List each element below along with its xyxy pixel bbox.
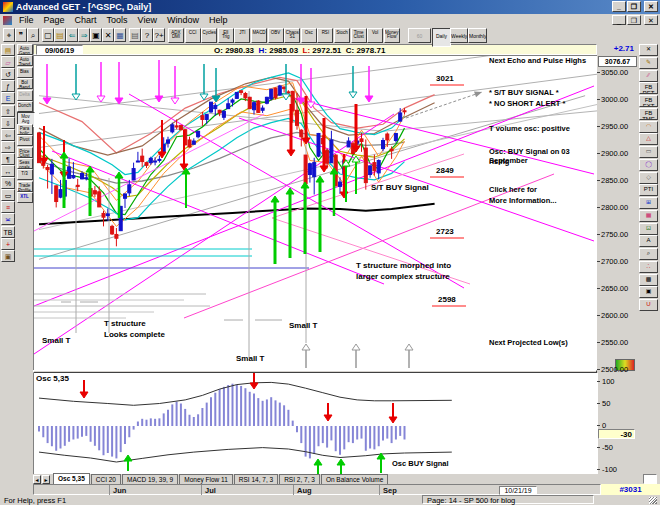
pti-tool[interactable]: PTI [639, 184, 658, 196]
lines-icon[interactable]: ≡ [1, 201, 15, 213]
menu-item-file[interactable]: File [14, 14, 39, 27]
left-study-button-t/3[interactable]: T/3 [17, 169, 33, 180]
left-study-button-xtl[interactable]: XTL [17, 192, 33, 203]
study-button-ell-trig[interactable]: Ell Trig [218, 28, 234, 43]
gann-fan-tool[interactable]: △ [639, 133, 658, 145]
undo-tool[interactable]: U [639, 299, 658, 311]
tab-on-balance-volume[interactable]: On Balance Volume [321, 474, 388, 484]
scroll-down-icon[interactable]: ⇩ [1, 117, 15, 129]
copy-page-icon[interactable]: ▣ [90, 28, 102, 42]
restore-button[interactable]: ❐ [627, 1, 641, 12]
chart-icon[interactable]: ▦ [114, 28, 126, 42]
study-button-vol[interactable]: Vol [367, 28, 383, 43]
gann-icon[interactable]: ≍ [1, 213, 15, 225]
study-button-adx-dmi[interactable]: ADX DMI [168, 28, 184, 43]
text-tool[interactable]: A [639, 235, 658, 247]
left-study-button-price-clust[interactable]: Price Clust [17, 147, 33, 158]
context-help-icon[interactable]: ?+ [153, 28, 165, 42]
timeframe-button-daily[interactable]: Daily [432, 28, 451, 47]
eraser-icon[interactable]: ▱ [1, 56, 15, 68]
fib-extension-tool[interactable]: FB EXT [639, 95, 658, 107]
menu-item-chart[interactable]: Chart [70, 14, 102, 27]
menu-item-help[interactable]: Help [204, 14, 233, 27]
left-study-button-pivot[interactable]: Pivot [17, 135, 33, 146]
left-study-button-bol-band[interactable]: Bol Band [17, 78, 33, 89]
elliott-icon[interactable]: E [1, 92, 15, 104]
tj-web-tool[interactable]: ⊞ [639, 197, 658, 209]
child-minimize-button[interactable]: _ [612, 15, 626, 25]
left-study-button-trade-profile[interactable]: Trade Profile [17, 181, 33, 192]
ellipse-mob-tool[interactable]: ◯ [639, 159, 658, 171]
study-icon[interactable]: ƒ [1, 80, 15, 92]
resize-grip[interactable] [649, 497, 657, 504]
zoom-tool[interactable]: ⌕ [639, 248, 658, 260]
pointer-icon[interactable]: ⌖ [3, 28, 15, 42]
left-study-button-seas-onals[interactable]: Seas onals [17, 158, 33, 169]
fib-retracement-tool[interactable]: FB RET [639, 82, 658, 94]
study-button-money-flow[interactable]: Money Flow [384, 28, 400, 43]
print-icon[interactable]: ▤ [129, 28, 141, 42]
timeframe-button-weekly[interactable]: Weekly [450, 28, 468, 43]
price-marker-icon[interactable]: ¶ [1, 153, 15, 165]
left-study-button-auto-gann[interactable]: Auto Gann [17, 44, 33, 55]
regression-trend-tool[interactable]: ∕∕ [639, 70, 658, 82]
tab-osc-5-35[interactable]: Osc 5,35 [53, 473, 90, 484]
close-button[interactable]: ✕ [644, 1, 658, 12]
preview-tool[interactable]: ⊡ [639, 223, 658, 235]
left-study-button-donch[interactable]: Donch [17, 101, 33, 112]
menu-item-page[interactable]: Page [39, 14, 70, 27]
crosshair-icon[interactable]: + [1, 238, 15, 250]
child-restore-button[interactable]: ❐ [627, 15, 641, 25]
scroll-right-icon[interactable]: ⇨ [1, 141, 15, 153]
tab-scroll-right-button[interactable]: ► [42, 475, 50, 484]
study-button-obv[interactable]: OBV [268, 28, 284, 43]
delete-tool[interactable]: ✕ [639, 44, 658, 56]
percent-icon[interactable]: % [1, 177, 15, 189]
tab-rsi-2-7-3[interactable]: RSI 2, 7, 3 [279, 474, 320, 484]
scroll-left-icon[interactable]: ⇦ [1, 129, 15, 141]
portfolio-icon[interactable]: ▣ [1, 250, 15, 262]
help-icon[interactable]: ? [141, 28, 153, 42]
pencil-tool[interactable]: ✎ [639, 57, 658, 69]
gann-arc-tool[interactable]: ◠ [639, 121, 658, 133]
quote-icon[interactable]: ❞ [15, 28, 27, 42]
left-study-button-bias[interactable]: Bias [17, 67, 33, 78]
delete-page-icon[interactable]: ✕ [102, 28, 114, 42]
bubbles-tool[interactable]: ∴ [639, 261, 658, 273]
pattern-tool[interactable]: ▩ [639, 274, 658, 286]
child-close-button[interactable]: ✕ [644, 15, 658, 25]
blank-box-icon[interactable]: ▭ [1, 189, 15, 201]
tab-cci-20[interactable]: CCI 20 [91, 474, 121, 484]
mob-tool[interactable]: ▦ [639, 210, 658, 222]
annotation-line-7[interactable]: More Information... [489, 196, 605, 205]
study-button-osc[interactable]: Osc [301, 28, 317, 43]
zoom-icon[interactable]: ⌕ [27, 28, 39, 42]
pitchfork-tool[interactable]: ◇ [639, 172, 658, 184]
study-button-macd[interactable]: MACD [251, 28, 267, 43]
menu-item-tools[interactable]: Tools [102, 14, 133, 27]
copy-pages-tool[interactable]: ▣ [639, 286, 658, 298]
menu-item-window[interactable]: Window [162, 14, 204, 27]
box-tool[interactable]: ▭ [639, 146, 658, 158]
tab-money-flow-11[interactable]: Money Flow 11 [179, 474, 233, 484]
study-button-chaos-s1[interactable]: Chaos S1 [284, 28, 300, 43]
open-layout-icon[interactable]: ▤ [1, 44, 15, 56]
study-button-stoch[interactable]: Stoch [334, 28, 350, 43]
reset-icon[interactable]: ↺ [1, 68, 15, 80]
menu-item-view[interactable]: View [133, 14, 162, 27]
tb-icon[interactable]: TB [1, 226, 15, 238]
open-page-icon[interactable]: ▤ [54, 28, 66, 42]
minimize-button[interactable]: _ [612, 1, 626, 12]
left-study-button-para-bolic[interactable]: Para bolic [17, 124, 33, 135]
fib-time-tool[interactable]: FB TME [639, 108, 658, 120]
new-page-icon[interactable]: ▢ [42, 28, 54, 42]
study-button-rsi[interactable]: RSI [317, 28, 333, 43]
tab-rsi-14-7-3[interactable]: RSI 14, 7, 3 [234, 474, 278, 484]
tab-macd-19-39-9[interactable]: MACD 19, 39, 9 [122, 474, 178, 484]
study-button-cci[interactable]: CCI [185, 28, 201, 43]
annotation-line-6[interactable]: Click here for [489, 185, 605, 194]
oscillator-chart[interactable]: Osc BUY Signal [33, 373, 598, 474]
left-study-button-auto-trend[interactable]: Auto Trend [17, 55, 33, 66]
back-icon[interactable]: ⇐ [66, 28, 78, 42]
scroll-up-icon[interactable]: ⇧ [1, 105, 15, 117]
